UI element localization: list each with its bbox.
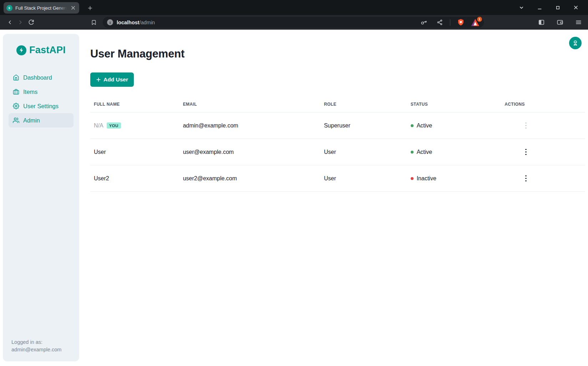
url-text: localhost/admin bbox=[117, 20, 155, 25]
add-user-button[interactable]: Add User bbox=[90, 72, 134, 87]
tab-title: Full Stack Project Genera bbox=[15, 5, 67, 11]
reload-button[interactable] bbox=[26, 17, 36, 28]
row-actions-menu-icon[interactable] bbox=[523, 120, 529, 131]
status-dot bbox=[411, 177, 414, 180]
cell-email: user2@example.com bbox=[179, 175, 320, 182]
col-role: Role bbox=[320, 95, 407, 112]
fastapi-bolt-icon bbox=[16, 45, 26, 55]
fastapi-logo: FastAPI bbox=[3, 45, 79, 56]
cell-status: Active bbox=[407, 149, 501, 155]
home-icon bbox=[13, 74, 19, 81]
toolbar-divider bbox=[450, 19, 450, 26]
page-content: FastAPI Dashboard Items bbox=[0, 30, 588, 366]
row-actions-menu-icon[interactable] bbox=[523, 173, 529, 184]
forward-button[interactable] bbox=[15, 17, 26, 28]
col-full-name: Full Name bbox=[90, 95, 179, 112]
user-menu-button[interactable] bbox=[569, 37, 582, 49]
browser-tab[interactable]: Full Stack Project Genera bbox=[4, 2, 79, 14]
minimize-button[interactable] bbox=[536, 4, 543, 11]
browser-toolbar: i localhost/admin 1 bbox=[0, 15, 588, 30]
new-tab-button[interactable] bbox=[85, 3, 95, 13]
close-window-button[interactable] bbox=[572, 4, 579, 11]
cell-status: Active bbox=[407, 122, 501, 129]
briefcase-icon bbox=[13, 89, 19, 95]
cell-full-name: N/A YOU bbox=[90, 122, 179, 129]
cell-role: User bbox=[320, 175, 407, 182]
col-actions: Actions bbox=[501, 95, 585, 112]
cell-actions bbox=[501, 120, 585, 131]
share-icon[interactable] bbox=[434, 17, 445, 28]
logged-in-info: Logged in as: admin@example.com bbox=[11, 339, 61, 354]
table-row: User user@example.com User Active bbox=[90, 139, 585, 165]
main-content: User Management Add User Full Name Email… bbox=[90, 30, 585, 366]
cell-actions bbox=[501, 173, 585, 184]
tab-strip: Full Stack Project Genera bbox=[0, 0, 588, 15]
tab-search-chevron-icon[interactable] bbox=[518, 4, 525, 11]
astronaut-user-icon bbox=[572, 40, 579, 46]
logo-text: FastAPI bbox=[29, 45, 66, 56]
window-controls bbox=[518, 0, 579, 15]
sidebar-item-label: Admin bbox=[23, 117, 40, 124]
users-icon bbox=[13, 117, 19, 124]
toolbar-right-icons bbox=[536, 17, 584, 28]
sidebar-item-items[interactable]: Items bbox=[9, 85, 74, 99]
brave-rewards-icon[interactable]: 1 bbox=[471, 19, 480, 26]
sidebar-item-label: Items bbox=[23, 89, 37, 95]
sidebar-toggle-icon[interactable] bbox=[536, 17, 547, 28]
col-email: Email bbox=[179, 95, 320, 112]
cell-full-name: User bbox=[90, 149, 179, 155]
sidebar-item-label: User Settings bbox=[23, 103, 59, 110]
cell-status: Inactive bbox=[407, 175, 501, 182]
table-row: N/A YOU admin@example.com Superuser Acti… bbox=[90, 112, 585, 139]
cell-role: Superuser bbox=[320, 122, 407, 129]
brave-shield-icon[interactable] bbox=[455, 17, 466, 28]
password-key-icon[interactable] bbox=[419, 17, 429, 28]
plus-icon bbox=[96, 77, 101, 82]
cell-email: user@example.com bbox=[179, 149, 320, 155]
cell-actions bbox=[501, 147, 585, 157]
rewards-badge: 1 bbox=[477, 17, 482, 22]
wallet-icon[interactable] bbox=[554, 17, 565, 28]
users-table: Full Name Email Role Status Actions N/A … bbox=[90, 95, 585, 192]
back-button[interactable] bbox=[4, 17, 15, 28]
sidebar-item-admin[interactable]: Admin bbox=[9, 113, 74, 127]
row-actions-menu-icon[interactable] bbox=[523, 147, 529, 157]
address-bar[interactable]: i localhost/admin 1 bbox=[103, 17, 484, 28]
sidebar: FastAPI Dashboard Items bbox=[3, 34, 79, 361]
cell-email: admin@example.com bbox=[179, 122, 320, 129]
browser-window: Full Stack Project Genera bbox=[0, 0, 588, 366]
site-info-icon[interactable]: i bbox=[107, 19, 113, 25]
sidebar-item-user-settings[interactable]: User Settings bbox=[9, 99, 74, 113]
maximize-button[interactable] bbox=[554, 4, 561, 11]
tab-close-icon[interactable] bbox=[70, 5, 76, 11]
sidebar-nav: Dashboard Items User Settings bbox=[9, 70, 74, 127]
you-badge: YOU bbox=[107, 122, 121, 129]
sidebar-item-dashboard[interactable]: Dashboard bbox=[9, 70, 74, 85]
cell-role: User bbox=[320, 149, 407, 155]
page-title: User Management bbox=[90, 47, 585, 60]
table-row: User2 user2@example.com User Inactive bbox=[90, 165, 585, 192]
gear-icon bbox=[13, 103, 19, 109]
table-header-row: Full Name Email Role Status Actions bbox=[90, 95, 585, 112]
cell-full-name: User2 bbox=[90, 175, 179, 182]
bookmark-icon[interactable] bbox=[88, 17, 99, 28]
status-dot bbox=[411, 124, 414, 127]
status-dot bbox=[411, 151, 414, 154]
sidebar-item-label: Dashboard bbox=[23, 74, 52, 81]
fastapi-favicon-icon bbox=[6, 5, 12, 11]
col-status: Status bbox=[407, 95, 501, 112]
menu-hamburger-icon[interactable] bbox=[573, 17, 584, 28]
